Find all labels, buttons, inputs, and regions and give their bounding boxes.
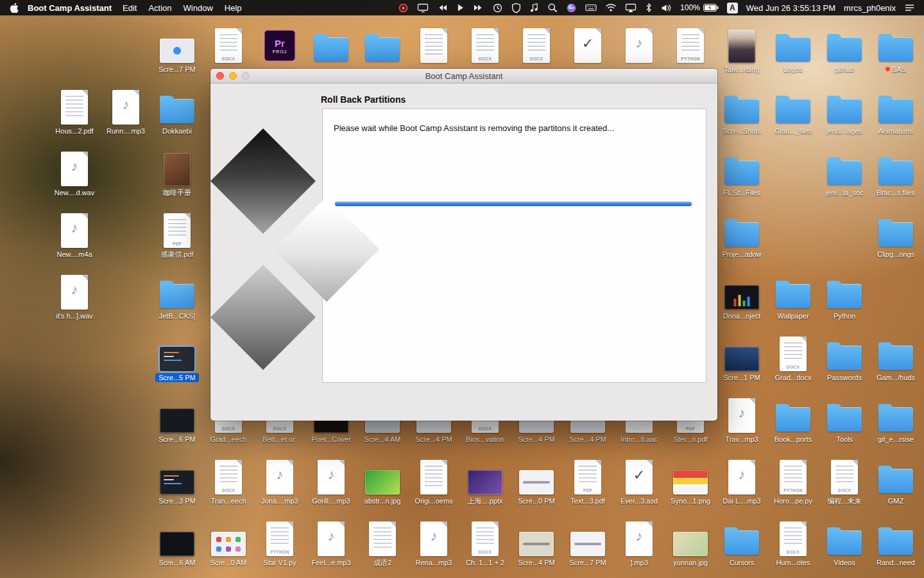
minimize-button[interactable]	[229, 72, 237, 80]
desktop-icon[interactable]: SAS	[870, 26, 921, 74]
fast-forward-icon[interactable]	[473, 3, 484, 12]
desktop-icon[interactable]: Clipg...ongs	[870, 211, 921, 259]
desktop-icon[interactable]: GMZ	[870, 457, 921, 505]
menu-window[interactable]: Window	[184, 3, 213, 13]
desktop-icon[interactable]: ♪Dai L....mp3	[716, 457, 767, 505]
list-icon[interactable]	[904, 3, 915, 12]
desktop-icon[interactable]: Syno...1.png	[665, 457, 716, 505]
desktop-icon[interactable]: Logos	[767, 26, 819, 74]
desktop-icon[interactable]: DOCX	[459, 26, 511, 63]
desktop-icon[interactable]: ♪New....d.wav	[49, 149, 100, 197]
desktop-icon[interactable]: yunnan.jpg	[665, 519, 716, 567]
volume-icon[interactable]	[661, 3, 672, 13]
desktop-icon[interactable]: Animations	[870, 87, 921, 136]
desktop-icon[interactable]	[305, 26, 357, 63]
keyboard-icon[interactable]	[585, 3, 597, 12]
desktop-icon[interactable]: PYTHONStar V1.py	[254, 519, 305, 567]
desktop-icon[interactable]: github	[819, 26, 870, 74]
desktop-icon[interactable]: Origi...oems	[408, 457, 459, 505]
bluetooth-icon[interactable]	[645, 3, 653, 13]
spotlight-icon[interactable]	[547, 3, 558, 13]
desktop-icon[interactable]: DOCXCh. 1...1 + 2	[459, 519, 511, 567]
desktop-icon[interactable]: Rand...need	[870, 519, 921, 567]
desktop-icon[interactable]: Scre...7 PM	[151, 26, 203, 74]
battery-indicator[interactable]: 100%	[680, 3, 719, 12]
desktop-icon[interactable]: ♪	[613, 26, 665, 63]
close-button[interactable]	[216, 72, 224, 80]
desktop-icon[interactable]: ♪Rena...mp3	[408, 519, 459, 567]
menu-bar-clock[interactable]: Wed Jun 26 3:55:13 PM	[746, 3, 835, 13]
desktop-icon[interactable]: Gam.../huds	[870, 334, 921, 382]
desktop-icon[interactable]: ♪New....m4a	[49, 211, 100, 259]
desktop-icon[interactable]	[408, 26, 459, 63]
music-icon[interactable]	[529, 3, 539, 13]
security-icon[interactable]	[511, 3, 521, 13]
desktop-icon[interactable]: DOCX编程...未来	[819, 457, 870, 505]
desktop-icon[interactable]: 咖啡手册	[151, 149, 203, 197]
desktop-icon[interactable]: Scre...Shots	[716, 87, 767, 136]
desktop-icon[interactable]: Glob..._files	[767, 87, 819, 136]
desktop-icon[interactable]: Videos	[819, 519, 870, 567]
desktop-icon[interactable]: ♪Gorill....mp3	[305, 457, 357, 505]
menu-bar-username[interactable]: mrcs_ph0enix	[844, 3, 896, 13]
desktop-icon[interactable]: Passwords	[819, 334, 870, 382]
desktop-icon[interactable]: Book...ports	[767, 396, 819, 444]
menu-action[interactable]: Action	[148, 3, 171, 13]
desktop-icon[interactable]: Scre...4 PM	[511, 519, 562, 567]
desktop-icon[interactable]	[357, 26, 408, 63]
rewind-icon[interactable]	[437, 3, 448, 12]
apple-menu-icon[interactable]	[9, 3, 19, 13]
desktop-icon[interactable]: jere...la_soc	[819, 149, 870, 197]
desktop-icon[interactable]: Python	[819, 272, 870, 320]
desktop-icon[interactable]: 成语2	[357, 519, 408, 567]
desktop-icon[interactable]: JetB...CKS]	[151, 272, 203, 320]
desktop-icon[interactable]: Scre...0 PM	[511, 457, 562, 505]
desktop-icon[interactable]: ♪it's h...].wav	[49, 272, 100, 320]
desktop-icon[interactable]: ♪].mp3	[613, 519, 665, 567]
desktop-icon[interactable]: Tools	[819, 396, 870, 444]
desktop-icon[interactable]: Dona...oject	[716, 272, 767, 320]
desktop-icon[interactable]: abstr...n.jpg	[357, 457, 408, 505]
desktop-icon[interactable]: Brac...s files	[870, 149, 921, 197]
desktop-icon[interactable]: ♪Trav...mp3	[716, 396, 767, 444]
desktop-icon[interactable]: DOCX	[203, 26, 254, 63]
desktop-icon[interactable]: PDF感谢信.pdf	[151, 211, 203, 259]
desktop-icon[interactable]: PYTHONHoro...pe.py	[767, 457, 819, 505]
display-icon[interactable]	[417, 3, 429, 13]
desktop-icon[interactable]: ♪Feel...e.mp3	[305, 519, 357, 567]
airplay-icon[interactable]	[625, 3, 637, 13]
menu-help[interactable]: Help	[225, 3, 242, 13]
desktop-icon[interactable]: DOCX	[511, 26, 562, 63]
desktop-icon[interactable]: Hous...2.pdf	[49, 87, 100, 136]
desktop-icon[interactable]: git_e...rsise	[870, 396, 921, 444]
desktop-icon[interactable]: Dokkaebi	[151, 87, 203, 136]
window-titlebar[interactable]: Boot Camp Assistant	[210, 69, 717, 83]
desktop-icon[interactable]: FL St...Files	[716, 149, 767, 197]
desktop-icon[interactable]: Taiw...rding	[716, 26, 767, 74]
menu-edit[interactable]: Edit	[123, 3, 137, 13]
desktop-icon[interactable]: jendi...ages	[819, 87, 870, 136]
desktop-icon[interactable]: PrPROJ	[254, 26, 305, 63]
desktop-icon[interactable]: PDFText...3.pdf	[562, 457, 613, 505]
app-menu-title[interactable]: Boot Camp Assistant	[28, 3, 112, 13]
wifi-icon[interactable]	[605, 3, 617, 12]
desktop-icon[interactable]: 上海....pptx	[459, 457, 511, 505]
desktop-icon[interactable]: Scre...1 PM	[716, 334, 767, 382]
input-source-menu[interactable]: A	[727, 3, 738, 13]
desktop-icon[interactable]: Scre...6 AM	[151, 519, 203, 567]
time-machine-icon[interactable]	[492, 3, 503, 13]
desktop-icon[interactable]: Proje...adow	[716, 211, 767, 259]
desktop-icon[interactable]: DOCXHum...otes	[767, 519, 819, 567]
desktop-icon[interactable]: Wallpaper	[767, 272, 819, 320]
desktop-icon[interactable]: Scre...6 PM	[151, 396, 203, 444]
desktop-icon[interactable]: Scre...5 PM	[151, 334, 203, 382]
desktop-icon[interactable]: DOCXGrad...docx	[767, 334, 819, 382]
desktop-icon[interactable]: Cursors	[716, 519, 767, 567]
desktop-icon[interactable]: ♪Runn....mp3	[100, 87, 151, 136]
desktop-icon[interactable]: ✓	[562, 26, 613, 63]
desktop-icon[interactable]: Scre...7 PM	[562, 519, 613, 567]
desktop-icon[interactable]: ♪Jona....mp3	[254, 457, 305, 505]
screen-recording-icon[interactable]	[398, 3, 409, 13]
desktop-icon[interactable]: DOCXTran...eech	[203, 457, 254, 505]
play-icon[interactable]	[456, 3, 465, 12]
